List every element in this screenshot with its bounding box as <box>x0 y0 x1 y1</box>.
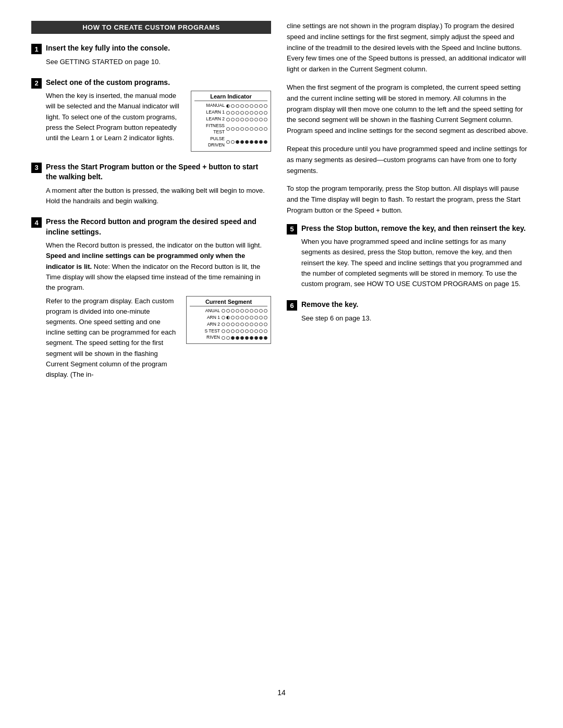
dot <box>240 309 244 313</box>
dot <box>259 118 263 121</box>
step-5: 5 Press the Stop button, remove the key,… <box>287 224 532 292</box>
right-para-3: Repeat this procedure until you have pro… <box>287 144 532 176</box>
step-1-number: 1 <box>31 44 42 54</box>
dot <box>226 104 230 108</box>
dot <box>236 111 239 115</box>
right-column: cline settings are not shown in the prog… <box>287 21 532 673</box>
dot <box>236 104 239 108</box>
dot <box>226 127 230 131</box>
dot <box>231 336 235 340</box>
cs-dots-anual <box>222 309 267 313</box>
dot <box>254 329 258 333</box>
cs-row-riven: RIVEN <box>190 335 267 341</box>
dot <box>245 329 249 333</box>
ind-label-fitness: FITNESS TEST <box>194 123 225 135</box>
dot <box>231 323 235 326</box>
dot <box>250 111 253 115</box>
dot <box>236 127 239 131</box>
two-column-layout: HOW TO CREATE CUSTOM PROGRAMS 1 Insert t… <box>31 21 532 673</box>
dot <box>245 127 249 131</box>
right-para-2: When the first segment of the program is… <box>287 82 532 137</box>
ind-dots-learn2 <box>226 118 267 121</box>
step-4-content: Press the Record button and program the … <box>46 217 271 383</box>
dot <box>240 118 244 121</box>
dot <box>226 323 230 326</box>
current-segment-figure: Current Segment ANUAL <box>186 296 271 344</box>
learn-indicator-title: Learn Indicator <box>194 93 267 101</box>
dot <box>254 323 258 326</box>
current-segment-table: ANUAL <box>190 308 267 341</box>
dot <box>226 336 230 340</box>
ind-dots-fitness <box>226 127 267 131</box>
page: HOW TO CREATE CUSTOM PROGRAMS 1 Insert t… <box>0 0 563 728</box>
dot <box>264 316 267 319</box>
dot <box>236 329 239 333</box>
indicator-row-manual: MANUAL <box>194 103 267 109</box>
dot <box>250 323 253 326</box>
dot <box>226 316 230 319</box>
dot <box>236 309 239 313</box>
dot <box>222 329 225 333</box>
step-2-title: Select one of the custom programs. <box>46 78 271 88</box>
learn-indicator-figure: Learn Indicator MANUAL <box>191 91 271 151</box>
dot <box>222 309 225 313</box>
dot <box>259 329 263 333</box>
step-6-title: Remove the key. <box>301 300 532 310</box>
dot <box>250 329 253 333</box>
dot <box>240 316 244 319</box>
dot <box>236 336 239 340</box>
dot <box>250 104 253 108</box>
step-5-title: Press the Stop button, remove the key, a… <box>301 224 532 234</box>
indicator-row-learn2: LEARN 2 <box>194 116 267 122</box>
dot <box>226 329 230 333</box>
dot <box>231 309 235 313</box>
step-3-number: 3 <box>31 163 42 173</box>
step-2: 2 Select one of the custom programs. Whe… <box>31 78 271 155</box>
dot <box>264 336 267 340</box>
dot <box>250 127 253 131</box>
ind-label-pulse: PULSE DRIVEN <box>194 136 225 149</box>
dot <box>245 140 249 144</box>
dot <box>222 323 225 326</box>
dot <box>226 118 230 121</box>
cs-row-arn2: ARN 2 <box>190 322 267 328</box>
dot <box>259 104 263 108</box>
dot <box>259 316 263 319</box>
dot <box>254 127 258 131</box>
cs-row-anual: ANUAL <box>190 308 267 314</box>
dot <box>236 323 239 326</box>
learn-indicator-table: MANUAL <box>194 103 267 148</box>
right-para-4: To stop the program temporarily, press t… <box>287 183 532 216</box>
dot <box>245 309 249 313</box>
dot <box>245 104 249 108</box>
dot <box>226 140 230 144</box>
dot <box>231 140 235 144</box>
dot <box>250 309 253 313</box>
dot <box>259 309 263 313</box>
step-6-body: See step 6 on page 13. <box>301 313 532 324</box>
dot <box>254 118 258 121</box>
dot <box>231 329 235 333</box>
left-column: HOW TO CREATE CUSTOM PROGRAMS 1 Insert t… <box>31 21 271 673</box>
dot <box>245 316 249 319</box>
dot <box>254 104 258 108</box>
dot <box>245 323 249 326</box>
dot <box>231 118 235 121</box>
cs-dots-arn2 <box>222 323 267 326</box>
dot <box>245 336 249 340</box>
dot <box>264 127 267 131</box>
cs-label-stest: S TEST <box>190 328 220 335</box>
cs-dots-stest <box>222 329 267 333</box>
step-3: 3 Press the Start Program button or the … <box>31 162 271 209</box>
dot <box>236 316 239 319</box>
step-2-number: 2 <box>31 78 42 89</box>
step-4-title: Press the Record button and program the … <box>46 217 271 237</box>
ind-dots-learn1 <box>226 111 267 115</box>
section-header: HOW TO CREATE CUSTOM PROGRAMS <box>31 21 271 34</box>
dot <box>240 323 244 326</box>
dot <box>222 336 225 340</box>
dot <box>259 323 263 326</box>
cs-dots-arn1 <box>222 316 267 319</box>
dot <box>231 316 235 319</box>
ind-label-learn1: LEARN 1 <box>194 109 225 116</box>
